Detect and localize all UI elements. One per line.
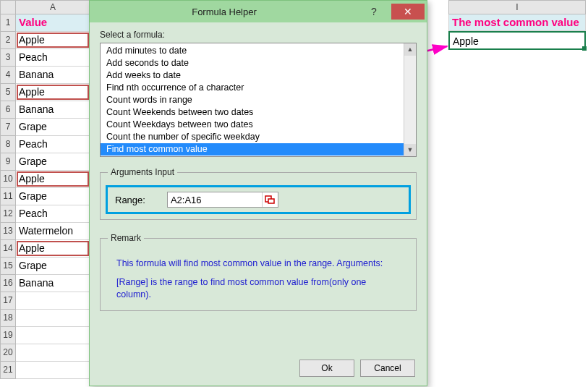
row-header[interactable]: 15: [0, 258, 16, 275]
column-header-i[interactable]: I: [448, 0, 586, 14]
formula-item[interactable]: Count Weekends between two dates: [101, 106, 416, 119]
arguments-highlight: Range:: [108, 187, 409, 212]
row-header[interactable]: 5: [0, 84, 16, 101]
cell[interactable]: [16, 344, 90, 362]
formula-listbox[interactable]: Add minutes to dateAdd seconds to dateAd…: [100, 43, 417, 157]
result-header[interactable]: The most common value: [448, 14, 586, 31]
cancel-button[interactable]: Cancel: [360, 360, 415, 377]
row-header[interactable]: 9: [0, 153, 16, 171]
cell[interactable]: Peach: [16, 49, 90, 67]
row-header[interactable]: 1: [0, 14, 16, 32]
formula-item[interactable]: Add weeks to date: [101, 69, 416, 82]
scroll-up-icon[interactable]: ▲: [404, 43, 416, 56]
ok-button[interactable]: Ok: [299, 360, 354, 377]
row-header[interactable]: 20: [0, 344, 16, 362]
remark-line2: [Range] is the range to find most common…: [108, 272, 409, 303]
header-cell[interactable]: Value: [16, 14, 90, 32]
formula-helper-dialog: Formula Helper ? ✕ Select a formula: Add…: [89, 0, 427, 386]
row-header[interactable]: 7: [0, 119, 16, 136]
cell[interactable]: Peach: [16, 136, 90, 153]
cell[interactable]: Grape: [16, 153, 90, 171]
range-picker-icon[interactable]: [262, 192, 278, 207]
row-header[interactable]: 21: [0, 362, 16, 379]
cell[interactable]: Watermelon: [16, 223, 90, 240]
select-all-corner[interactable]: [0, 0, 16, 14]
cell[interactable]: Apple: [16, 171, 90, 188]
cell[interactable]: Banana: [16, 101, 90, 119]
cell[interactable]: [16, 362, 90, 379]
remark-legend: Remark: [108, 233, 144, 243]
dialog-titlebar[interactable]: Formula Helper ? ✕: [90, 1, 427, 22]
cell[interactable]: Banana: [16, 275, 90, 292]
row-header[interactable]: 12: [0, 205, 16, 223]
formula-item[interactable]: Find nth occurrence of a character: [101, 82, 416, 94]
formula-item[interactable]: Count Weekdays between two dates: [101, 119, 416, 131]
cell[interactable]: Peach: [16, 205, 90, 223]
cell[interactable]: Banana: [16, 67, 90, 84]
row-header[interactable]: 2: [0, 32, 16, 49]
cell[interactable]: Apple: [16, 240, 90, 258]
row-header[interactable]: 18: [0, 310, 16, 327]
range-label: Range:: [115, 195, 145, 205]
row-header[interactable]: 4: [0, 67, 16, 84]
row-header[interactable]: 3: [0, 49, 16, 67]
scroll-down-icon[interactable]: ▼: [404, 144, 416, 156]
row-header[interactable]: 16: [0, 275, 16, 292]
remark-fieldset: Remark This formula will find most commo…: [100, 233, 417, 311]
listbox-scrollbar[interactable]: ▲ ▼: [404, 43, 416, 156]
formula-item[interactable]: Count words in range: [101, 94, 416, 106]
formula-item[interactable]: Find most common value: [101, 143, 416, 156]
row-header[interactable]: 13: [0, 223, 16, 240]
range-input[interactable]: [168, 193, 262, 207]
spreadsheet-col-i: I The most common value Apple: [448, 0, 586, 50]
cell[interactable]: Grape: [16, 258, 90, 275]
help-button[interactable]: ?: [359, 4, 389, 20]
formula-item[interactable]: Add seconds to date: [101, 57, 416, 69]
arguments-fieldset: Arguments Input Range:: [100, 167, 417, 220]
cell[interactable]: Grape: [16, 119, 90, 136]
formula-item[interactable]: Count the number of specific weekday: [101, 131, 416, 143]
row-header[interactable]: 8: [0, 136, 16, 153]
row-header[interactable]: 19: [0, 327, 16, 344]
cell[interactable]: Grape: [16, 188, 90, 205]
column-header-a[interactable]: A: [16, 0, 90, 14]
spreadsheet-col-a: A 1Value2Apple3Peach4Banana5Apple6Banana…: [0, 0, 90, 379]
cell[interactable]: [16, 327, 90, 344]
cell[interactable]: [16, 292, 90, 310]
result-cell[interactable]: Apple: [448, 31, 586, 50]
select-formula-label: Select a formula:: [100, 30, 417, 40]
row-header[interactable]: 11: [0, 188, 16, 205]
cell[interactable]: Apple: [16, 32, 90, 49]
cell[interactable]: Apple: [16, 84, 90, 101]
row-header[interactable]: 10: [0, 171, 16, 188]
close-button[interactable]: ✕: [391, 4, 425, 20]
svg-rect-2: [268, 199, 274, 203]
remark-line1: This formula will find most common value…: [108, 253, 409, 272]
formula-item[interactable]: Add minutes to date: [101, 45, 416, 57]
arguments-legend: Arguments Input: [108, 167, 177, 177]
row-header[interactable]: 14: [0, 240, 16, 258]
row-header[interactable]: 6: [0, 101, 16, 119]
dialog-title: Formula Helper: [90, 7, 359, 17]
row-header[interactable]: 17: [0, 292, 16, 310]
cell[interactable]: [16, 310, 90, 327]
